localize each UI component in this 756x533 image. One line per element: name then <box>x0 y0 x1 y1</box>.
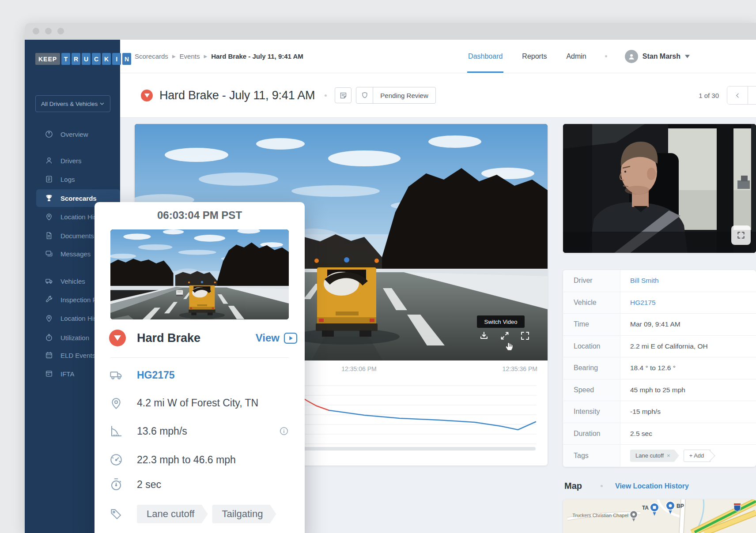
tab-reports[interactable]: Reports <box>522 40 547 73</box>
window-traffic-lights[interactable] <box>33 28 64 34</box>
breadcrumb-events[interactable]: Events <box>180 53 200 60</box>
shield-icon <box>361 91 369 99</box>
tag-icon <box>109 507 123 521</box>
view-video-link[interactable]: View <box>256 332 298 344</box>
notes-button[interactable] <box>335 87 352 103</box>
sidebar-item-drivers[interactable]: Drivers <box>25 154 120 168</box>
table-row-vehicle: Vehicle HG2175 <box>563 292 756 314</box>
sidebar-item-logs[interactable]: Logs <box>25 172 120 186</box>
popup-deceleration: 13.6 mph/s <box>137 425 187 437</box>
caret-down-icon <box>685 55 690 58</box>
person-icon <box>627 53 635 60</box>
breadcrumb-separator-icon: ▶ <box>204 54 207 59</box>
map-pin-icon <box>45 314 53 323</box>
popup-timestamp: 06:03:04 PM PST <box>94 209 305 221</box>
breadcrumb-scorecards[interactable]: Scorecards <box>135 53 168 60</box>
popup-vehicle-row: HG2175 <box>109 365 289 385</box>
table-row-speed: Speed 45 mph to 25 mph <box>563 379 756 402</box>
prev-event-button[interactable] <box>727 86 748 104</box>
browser-chrome <box>25 23 756 40</box>
download-icon <box>479 330 489 341</box>
tab-dashboard[interactable]: Dashboard <box>468 40 503 73</box>
fullscreen-driver-video-button[interactable] <box>731 225 751 245</box>
stopwatch-icon <box>45 333 53 342</box>
tab-admin[interactable]: Admin <box>566 40 586 73</box>
breadcrumb-current: Hard Brake - July 11, 9:41 AM <box>211 53 303 60</box>
table-row-tags: Tags Lane cutoff × + Add <box>563 445 756 467</box>
map-divider-dot <box>601 485 603 487</box>
map-label-ta: TA <box>642 505 649 511</box>
map-label-bp: BP <box>677 503 684 509</box>
stopwatch-icon <box>109 477 123 492</box>
fullscreen-video-button[interactable] <box>520 330 530 341</box>
chevron-left-icon <box>735 93 741 98</box>
popup-vehicle-link[interactable]: HG2175 <box>137 369 175 381</box>
table-row-location: Location 2.2 mi E of California, OH <box>563 336 756 358</box>
note-icon <box>339 91 348 100</box>
map-section-header: Map View Location History <box>564 481 689 491</box>
popup-tag-tailgating[interactable]: Tailgating <box>212 505 276 523</box>
drivers-vehicles-filter-dropdown[interactable]: All Drivers & Vehicles <box>35 95 110 112</box>
popup-deceleration-row: 13.6 mph/s <box>109 421 289 441</box>
document-icon <box>45 231 53 240</box>
fullscreen-icon <box>737 231 745 240</box>
person-icon <box>45 156 53 165</box>
map-pin-icon <box>109 396 123 410</box>
event-pager: 1 of 30 <box>699 86 756 105</box>
primary-nav: Dashboard Reports Admin Stan Marsh <box>449 40 690 73</box>
status-badge: Pending Review <box>373 87 435 103</box>
event-title-bar: Hard Brake - July 11, 9:41 AM Pending Re… <box>120 73 756 118</box>
table-row-driver: Driver Bill Smith <box>563 270 756 292</box>
view-location-history-link[interactable]: View Location History <box>615 482 689 490</box>
switch-video-button[interactable] <box>499 330 510 341</box>
popup-speed-row: 22.3 mph to 46.6 mph <box>109 450 289 469</box>
trophy-icon <box>45 194 53 203</box>
map-pin-icon <box>45 212 53 221</box>
sidebar-item-overview[interactable]: Overview <box>25 127 120 141</box>
truck-icon <box>45 277 53 285</box>
popup-event-row: Hard Brake View <box>109 327 298 349</box>
popup-video-thumbnail[interactable] <box>110 229 289 319</box>
chat-icon <box>45 249 53 258</box>
user-menu[interactable]: Stan Marsh <box>625 50 690 63</box>
graph-speed-series <box>329 410 536 430</box>
swap-arrows-icon <box>499 330 510 341</box>
popup-duration: 2 sec <box>137 479 161 491</box>
popup-tags-row: Lane cutoff Tailgating <box>109 504 289 524</box>
table-row-intensity: Intensity -15 mph/s <box>563 401 756 423</box>
hard-brake-event-icon <box>109 330 126 346</box>
hand-cursor <box>505 342 514 352</box>
keeptruckin-logo: KEEP T R U C K I N <box>35 53 131 65</box>
info-icon[interactable] <box>279 426 289 436</box>
next-event-button[interactable] <box>748 86 756 104</box>
tag-lane-cutoff[interactable]: Lane cutoff × <box>630 450 679 462</box>
driver-facing-dashcam-video[interactable] <box>563 124 756 253</box>
speedometer-icon <box>109 453 123 467</box>
add-tag-button[interactable]: + Add <box>684 450 711 462</box>
top-header: Scorecards ▶ Events ▶ Hard Brake - July … <box>120 40 756 73</box>
nav-divider-dot <box>605 55 607 57</box>
chevron-down-icon <box>99 101 105 106</box>
popup-tag-lane-cutoff[interactable]: Lane cutoff <box>137 505 208 523</box>
play-video-icon <box>284 332 298 344</box>
ifta-window-icon <box>45 369 53 378</box>
breadcrumb: Scorecards ▶ Events ▶ Hard Brake - July … <box>135 53 303 60</box>
remove-tag-icon[interactable]: × <box>667 452 670 459</box>
download-video-button[interactable] <box>479 330 489 341</box>
deceleration-chart-icon <box>109 424 123 438</box>
avatar <box>625 50 638 63</box>
popup-divider <box>110 357 289 358</box>
map-title: Map <box>564 481 582 491</box>
driver-link[interactable]: Bill Smith <box>620 277 659 285</box>
calendar-icon <box>45 351 53 360</box>
fullscreen-icon <box>520 330 530 341</box>
timeline-start-label: 12:35:06 PM <box>334 365 384 372</box>
popup-speed-change: 22.3 mph to 46.6 mph <box>137 454 236 466</box>
pager-count: 1 of 30 <box>699 92 719 99</box>
event-location-map[interactable]: TA BP Truckers Christian Chapel <box>563 499 756 533</box>
review-status-button[interactable]: Pending Review <box>356 87 435 104</box>
popup-duration-row: 2 sec <box>109 475 289 494</box>
vehicle-link[interactable]: HG2175 <box>620 299 656 307</box>
user-name: Stan Marsh <box>643 53 680 60</box>
interstate-shield-icon <box>734 503 741 511</box>
